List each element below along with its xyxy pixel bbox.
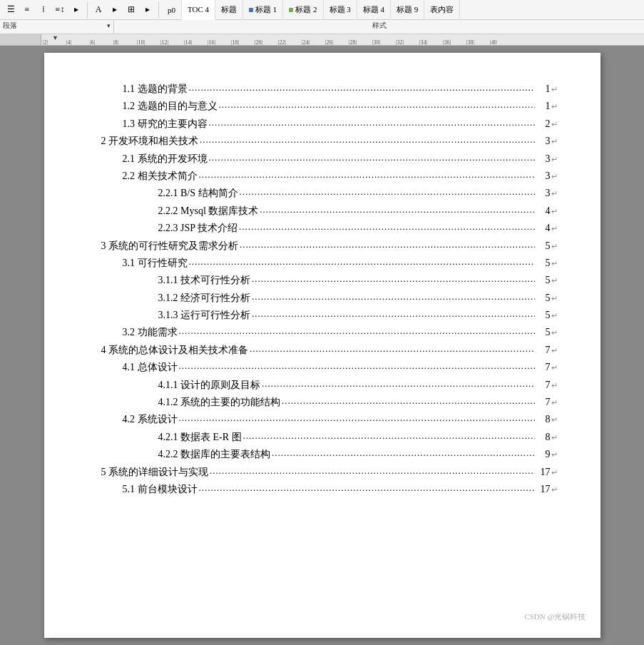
ruler-tick-18: |18| (231, 39, 239, 46)
align-center-btn[interactable]: ≡ (19, 2, 35, 18)
style-btn3[interactable]: ⊞ (123, 2, 139, 18)
toc-entry-7: 2.2.2 Mysql 数据库技术4 (101, 203, 558, 219)
style-btn1[interactable]: A (91, 2, 106, 18)
document-area[interactable]: 1.1 选题的背景11.2 选题的目的与意义11.3 研究的主要内容22 开发环… (0, 46, 644, 645)
tab-biaoti2[interactable]: 标题 2 (283, 0, 323, 20)
toc-text-15: 4 系统的总体设计及相关技术准备 (101, 342, 249, 358)
toc-dots-23 (199, 480, 535, 496)
toc-entry-1: 1.2 选题的目的与意义1 (101, 98, 558, 114)
more-btn[interactable]: ▸ (68, 2, 84, 18)
list-btn[interactable]: ≡↕ (52, 2, 68, 18)
toc-page-8: 4 (536, 220, 558, 236)
toc-entry-13: 3.1.3 运行可行性分析5 (101, 308, 558, 323)
toc-dots-14 (179, 323, 535, 339)
toc-text-17: 4.1.1 设计的原则及目标 (158, 377, 261, 393)
toc-page-5: 3 (536, 168, 558, 184)
toc-dots-4 (209, 150, 535, 166)
ruler-tick-32: |32| (396, 39, 404, 46)
tab-biaoti9[interactable]: 标题 9 (391, 0, 424, 20)
toc-page-6: 3 (536, 186, 558, 201)
toc-text-3: 2 开发环境和相关技术 (101, 133, 199, 149)
toc-entry-19: 4.2 系统设计8 (101, 412, 558, 427)
tab-biaoti2-label: 标题 2 (295, 4, 317, 15)
indent-btn[interactable]: ⁞ (36, 2, 51, 18)
watermark: CSDN @光锅科技 (524, 611, 586, 624)
toc-dots-20 (243, 428, 535, 444)
toc-entry-21: 4.2.2 数据库的主要表结构9 (101, 447, 558, 462)
toc-dots-19 (179, 410, 535, 426)
style-btn2[interactable]: ▸ (107, 2, 123, 18)
paragraph-label: 段落 ▾ (0, 19, 114, 34)
toc-dots-8 (239, 219, 534, 235)
toc-dots-1 (219, 97, 535, 113)
toc-page-22: 17 (536, 464, 558, 480)
tab-p0-label: p0 (168, 6, 175, 14)
ruler-tick-22: |22| (278, 39, 286, 46)
toolbar: ☰ ≡ ⁞ ≡↕ ▸ A ▸ ⊞ ▸ p0 TOC 4 标题 标题 1 标题 2… (0, 0, 644, 20)
tab-biaoti1[interactable]: 标题 1 (243, 0, 283, 20)
toc-page-21: 9 (536, 447, 558, 462)
toc-entry-12: 3.1.2 经济可行性分析5 (101, 290, 558, 306)
toc-dots-22 (210, 463, 535, 479)
style-tabs: p0 TOC 4 标题 标题 1 标题 2 标题 3 标题 4 标题 9 表内容 (162, 0, 641, 20)
toc-text-4: 2.1 系统的开发环境 (123, 151, 208, 167)
toc-entry-9: 3 系统的可行性研究及需求分析5 (101, 238, 558, 254)
align-left-btn[interactable]: ☰ (3, 2, 19, 18)
ruler-tick-20: |20| (255, 39, 262, 46)
toc-page-16: 7 (536, 360, 558, 375)
tab-biaoti[interactable]: 标题 (215, 0, 243, 20)
toc-page-13: 5 (536, 308, 558, 323)
expand-icon[interactable]: ▾ (107, 22, 111, 29)
toc-text-5: 2.2 相关技术简介 (123, 168, 198, 184)
toc-dots-21 (272, 445, 535, 461)
ruler-tick-28: |28| (349, 39, 357, 46)
toc-entry-10: 3.1 可行性研究5 (101, 255, 558, 271)
toc-text-14: 3.2 功能需求 (123, 325, 178, 340)
ruler-tick-2: |2| (43, 39, 48, 46)
toc-dots-3 (200, 132, 535, 148)
toc-page-1: 1 (536, 98, 558, 114)
ruler-tick-8: |8| (113, 39, 118, 46)
toc-text-13: 3.1.3 运行可行性分析 (158, 308, 251, 323)
toc-dots-12 (252, 289, 535, 305)
toc-text-10: 3.1 可行性研究 (123, 255, 188, 271)
ruler-tick-34: |34| (419, 39, 427, 46)
ruler: |2| |4| |6| |8| |10| |12| |14| |16| |18|… (0, 34, 644, 46)
toc-text-6: 2.2.1 B/S 结构简介 (158, 186, 238, 201)
tab-toc4-label: TOC 4 (188, 5, 209, 14)
toc-entry-8: 2.2.3 JSP 技术介绍4 (101, 220, 558, 236)
toc-entry-14: 3.2 功能需求5 (101, 325, 558, 340)
toc-dots-2 (209, 115, 535, 131)
toc-entry-0: 1.1 选题的背景1 (101, 81, 558, 97)
ruler-content: |2| |4| |6| |8| |10| |12| |14| |16| |18|… (41, 34, 644, 46)
toc-text-12: 3.1.2 经济可行性分析 (158, 290, 251, 306)
toc-entry-4: 2.1 系统的开发环境3 (101, 151, 558, 167)
toc-page-10: 5 (536, 255, 558, 271)
ruler-tick-36: |36| (443, 39, 451, 46)
tab-biaoti4-label: 标题 4 (363, 4, 384, 15)
toc-page-2: 2 (536, 116, 558, 132)
tab-biaoti1-indicator (249, 8, 253, 12)
section-labels: 段落 ▾ 样式 (0, 20, 644, 34)
tab-biaoti2-indicator (289, 8, 293, 12)
toc-entry-16: 4.1 总体设计7 (101, 360, 558, 375)
toc-dots-18 (282, 393, 535, 409)
toolbar-format-group: ☰ ≡ ⁞ ≡↕ ▸ (3, 2, 88, 18)
toc-entry-20: 4.2.1 数据表 E-R 图8 (101, 430, 558, 445)
ruler-tick-30: |30| (372, 39, 380, 46)
tab-p0[interactable]: p0 (162, 0, 182, 20)
tab-biaoti9-label: 标题 9 (397, 4, 418, 15)
tab-biaoti3[interactable]: 标题 3 (324, 0, 357, 20)
tab-biaoti4[interactable]: 标题 4 (357, 0, 391, 20)
toc-text-0: 1.1 选题的背景 (123, 81, 188, 97)
toc-text-7: 2.2.2 Mysql 数据库技术 (158, 203, 259, 219)
ruler-tick-38: |38| (466, 39, 474, 46)
style-btn4[interactable]: ▸ (140, 2, 155, 18)
tab-biaoneirong-label: 表内容 (430, 4, 454, 15)
toc-text-22: 5 系统的详细设计与实现 (101, 464, 209, 480)
toc-page-14: 5 (536, 325, 558, 340)
tab-toc4[interactable]: TOC 4 (182, 0, 215, 20)
toc-dots-10 (189, 254, 535, 270)
toc-entry-22: 5 系统的详细设计与实现17 (101, 464, 558, 480)
tab-biaoneirong[interactable]: 表内容 (424, 0, 460, 20)
